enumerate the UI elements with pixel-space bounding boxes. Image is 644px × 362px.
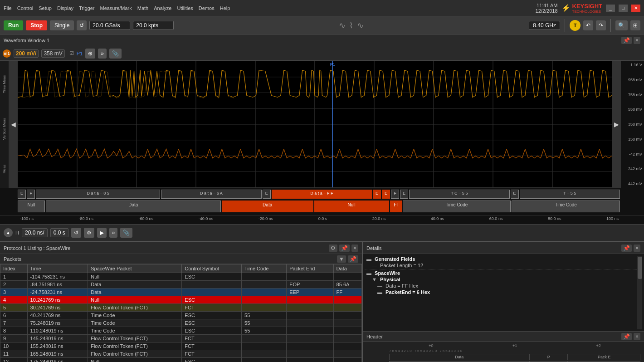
table-row[interactable]: 2-84.751981 nsDataEOP85 6A (0, 281, 362, 289)
col-index[interactable]: Index (0, 264, 28, 273)
t-label-2: -60.0 ns (139, 216, 154, 223)
p1-cursor[interactable] (332, 61, 333, 187)
details-close-button[interactable]: × (634, 245, 640, 252)
tree-packetend-value[interactable]: ▬ PacketEnd = 6 Hex (365, 289, 637, 295)
minimize-button[interactable]: _ (606, 5, 615, 12)
col-packetend[interactable]: Packet End (287, 264, 333, 273)
menu-item-math[interactable]: Math (137, 5, 148, 11)
menu-item-demos[interactable]: Demos (199, 5, 215, 11)
expand-icon-generated: ▬ (366, 256, 371, 262)
menu-item-analyze[interactable]: Analyze (154, 5, 171, 11)
protocol-panel: Protocol 1 Listing : SpaceWire ⚙ 📌 × Pac… (0, 242, 363, 362)
t-label-4: -20.0 ns (259, 216, 273, 223)
table-row[interactable]: 12175.248019 nsNullESC (0, 358, 362, 362)
h-clip-button[interactable]: 📎 (120, 228, 132, 238)
menu-item-trigger[interactable]: Trigger (79, 5, 94, 11)
h-offset-value[interactable]: 0.0 s (50, 228, 68, 237)
menu-item-help[interactable]: Help (220, 5, 230, 11)
checkbox-icon[interactable]: ☑ (69, 50, 74, 56)
v-label-6: -42 mV (622, 152, 643, 157)
packets-table-container[interactable]: Index Time SpaceWire Packet Control Symb… (0, 264, 362, 362)
h-play-button[interactable]: ▶ (97, 228, 107, 238)
channel-offset[interactable]: 358 mV (41, 49, 64, 58)
sample-rate-field[interactable]: 20.0 GSa/s (89, 21, 130, 30)
tree-physical[interactable]: ▼ Physical (365, 276, 637, 283)
menu-item-measure-mark[interactable]: Measure/Mark (100, 5, 132, 11)
vertical-meas-label[interactable]: Vertical Meas (2, 118, 6, 140)
h-refresh-button[interactable]: ↺ (71, 228, 81, 238)
h-skip-button[interactable]: » (109, 228, 118, 238)
menu-item-setup[interactable]: Setup (39, 5, 52, 11)
maximize-button[interactable]: □ (619, 5, 628, 12)
lower-section: Protocol 1 Listing : SpaceWire ⚙ 📌 × Pac… (0, 241, 644, 362)
menu-item-utilities[interactable]: Utilities (177, 5, 193, 11)
table-row[interactable]: 410.241769 nsNullESC (0, 296, 362, 304)
decode-side (0, 188, 9, 215)
decode-row1: E F D a t a = 8 5 D a t a = 6 A E D a t … (17, 189, 620, 199)
details-pin-button[interactable]: 📌 (621, 245, 632, 252)
clip-button[interactable]: 📎 (109, 49, 122, 59)
col-timecode[interactable]: Time Code (242, 264, 287, 273)
menu-bar: FileControlSetupDisplayTriggerMeasure/Ma… (4, 5, 230, 11)
nav-right-button[interactable]: ▶ (612, 61, 620, 188)
zoom-button[interactable]: 🔍 (615, 20, 628, 30)
stop-button[interactable]: Stop (26, 20, 47, 30)
protocol-pin-button[interactable]: 📌 (339, 245, 350, 252)
header-pin-button[interactable]: 📌 (621, 333, 632, 340)
packets-pin2-button[interactable]: 📌 (348, 255, 358, 263)
packets-title: Packets (4, 256, 21, 262)
col-packet[interactable]: SpaceWire Packet (88, 264, 182, 273)
table-row[interactable]: 3-24.758231 nsDataEEPFF (0, 289, 362, 296)
memory-field[interactable]: 20.0 kpts (133, 21, 174, 30)
add-marker-button[interactable]: ⊕ (85, 49, 95, 59)
tree-generated-fields[interactable]: ▬ Generated Fields (365, 256, 637, 262)
packets-filter-button[interactable]: ▼ (337, 255, 346, 263)
table-row[interactable]: 775.248019 nsTime CodeESC55 (0, 319, 362, 327)
table-row[interactable]: 9145.248019 nsFlow Control Token (FCT)FC… (0, 335, 362, 342)
waveform-pin-button[interactable]: 📌 (621, 37, 632, 44)
table-row[interactable]: 530.241769 nsFlow Control Token (FCT)FCT (0, 304, 362, 312)
protocol-close-button[interactable]: × (351, 245, 358, 252)
auto-setup-button[interactable]: ↺ (77, 20, 87, 30)
protocol-settings-button[interactable]: ⚙ (329, 245, 337, 252)
marker-options-button[interactable]: » (98, 49, 107, 59)
channel-scale[interactable]: 200 mV/ (14, 49, 39, 58)
undo-button[interactable]: ↶ (583, 20, 593, 30)
header-close-button[interactable]: × (634, 333, 640, 340)
col-control[interactable]: Control Symbol (182, 264, 242, 273)
table-row[interactable]: 1-104.758231 nsNullESC (0, 273, 362, 281)
menu-item-display[interactable]: Display (57, 5, 73, 11)
measure-button[interactable]: ⊞ (630, 20, 640, 30)
h-menu-button[interactable]: ● (4, 228, 13, 237)
single-button[interactable]: Single (50, 20, 74, 30)
menu-item-control[interactable]: Control (17, 5, 33, 11)
table-row[interactable]: 10155.248019 nsFlow Control Token (FCT)F… (0, 342, 362, 350)
close-button[interactable]: ✕ (631, 5, 640, 12)
meas-label[interactable]: Meas (2, 165, 6, 174)
details-scrollbar[interactable] (637, 256, 642, 329)
time-meas-label[interactable]: Time Meas (2, 75, 6, 93)
menu-item-file[interactable]: File (4, 5, 12, 11)
data-col-header: Data (389, 354, 529, 360)
run-button[interactable]: Run (4, 20, 23, 30)
nav-left-button[interactable]: ◀ (9, 61, 17, 188)
table-row[interactable]: 640.241769 nsTime CodeESC55 (0, 312, 362, 319)
decode-right-pad (620, 188, 644, 215)
frequency-display[interactable]: 8.40 GHz (529, 21, 560, 30)
col-data[interactable]: Data (333, 264, 361, 273)
waveform-close-button[interactable]: × (634, 37, 640, 44)
details-scroll-thumb[interactable] (638, 257, 642, 279)
col-time[interactable]: Time (27, 264, 88, 273)
table-row[interactable]: 11165.248019 nsFlow Control Token (FCT)F… (0, 350, 362, 358)
channel-bar: m1 200 mV/ 358 mV ☑ P1 ⊕ » 📎 (0, 46, 644, 61)
table-row[interactable]: 8110.248019 nsTime CodeESC55 (0, 327, 362, 335)
trigger-button[interactable]: T (570, 20, 581, 31)
waveform-plot[interactable]: P1 (17, 61, 612, 188)
packets-header: Packets ▼ 📌 (0, 254, 362, 264)
time-text: 11:41 AM (536, 3, 558, 8)
title-bar-right: 11:41 AM 12/2/2018 ⚡ KEYSIGHT TECHNOLOGI… (536, 3, 640, 14)
h-scale-value[interactable]: 20.0 ns/ (22, 228, 48, 237)
redo-button[interactable]: ↷ (596, 20, 606, 30)
h-settings-button[interactable]: ⚙ (84, 228, 94, 238)
tree-spacewire[interactable]: ▬ SpaceWire (365, 270, 637, 276)
